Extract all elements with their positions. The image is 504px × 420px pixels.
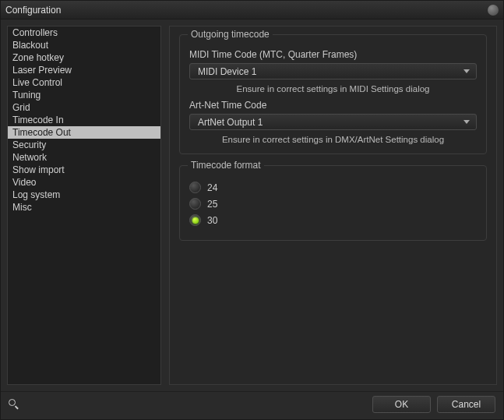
window-title: Configuration: [5, 5, 61, 16]
sidebar-item-zone-hotkey[interactable]: Zone hotkey: [8, 51, 160, 64]
artnet-hint: Ensure in correct settings in DMX/ArtNet…: [189, 135, 477, 144]
group-title: Timecode format: [188, 160, 264, 171]
sidebar-item-live-control[interactable]: Live Control: [8, 76, 160, 89]
sidebar-item-grid[interactable]: Grid: [8, 101, 160, 114]
sidebar-item-log-system[interactable]: Log system: [8, 189, 160, 201]
sidebar-item-label: Network: [12, 152, 47, 163]
cancel-button[interactable]: Cancel: [437, 396, 495, 413]
group-outgoing-timecode: Outgoing timecode MIDI Time Code (MTC, Q…: [179, 34, 487, 154]
radio-icon: [189, 214, 201, 226]
sidebar-item-label: Laser Preview: [12, 65, 72, 76]
sidebar-item-laser-preview[interactable]: Laser Preview: [8, 64, 160, 76]
sidebar-item-controllers[interactable]: Controllers: [8, 26, 160, 39]
midi-label: MIDI Time Code (MTC, Quarter Frames): [189, 49, 477, 60]
sidebar-item-label: Video: [12, 177, 36, 188]
sidebar-item-label: Log system: [12, 189, 60, 200]
midi-device-value: MIDI Device 1: [198, 66, 256, 77]
sidebar-item-label: Show import: [12, 164, 65, 175]
footer: OK Cancel: [1, 391, 503, 419]
title-orb-icon: [488, 5, 499, 16]
footer-left: [9, 399, 19, 410]
sidebar-item-label: Security: [12, 139, 46, 150]
sidebar-item-timecode-out[interactable]: Timecode Out: [8, 126, 160, 139]
midi-hint: Ensure in correct settings in MIDI Setti…: [189, 84, 477, 94]
sidebar-item-label: Zone hotkey: [12, 52, 64, 63]
artnet-output-dropdown[interactable]: ArtNet Output 1: [189, 114, 477, 130]
sidebar-item-label: Controllers: [12, 27, 58, 38]
sidebar-item-tuning[interactable]: Tuning: [8, 89, 160, 101]
artnet-label: Art-Net Time Code: [189, 100, 477, 111]
sidebar-item-video[interactable]: Video: [8, 176, 160, 189]
sidebar-item-security[interactable]: Security: [8, 139, 160, 151]
artnet-output-value: ArtNet Output 1: [198, 117, 263, 128]
group-timecode-format: Timecode format 242530: [179, 165, 487, 241]
group-title: Outgoing timecode: [188, 29, 273, 40]
sidebar-item-label: Blackout: [12, 40, 48, 51]
sidebar-item-misc[interactable]: Misc: [8, 201, 160, 214]
midi-device-dropdown[interactable]: MIDI Device 1: [189, 63, 477, 79]
cancel-label: Cancel: [452, 399, 481, 410]
radio-label: 25: [207, 199, 217, 210]
sidebar: ControllersBlackoutZone hotkeyLaser Prev…: [7, 26, 161, 385]
radio-label: 24: [207, 182, 217, 193]
chevron-down-icon: [463, 120, 470, 124]
sidebar-item-blackout[interactable]: Blackout: [8, 39, 160, 51]
sidebar-item-label: Grid: [12, 102, 30, 113]
sidebar-list: ControllersBlackoutZone hotkeyLaser Prev…: [8, 26, 160, 384]
sidebar-item-label: Live Control: [12, 77, 62, 88]
sidebar-item-label: Timecode Out: [12, 127, 71, 138]
sidebar-item-network[interactable]: Network: [8, 151, 160, 164]
footer-buttons: OK Cancel: [372, 396, 495, 413]
config-window: Configuration ControllersBlackoutZone ho…: [0, 0, 504, 420]
radio-icon: [189, 198, 201, 210]
sidebar-item-show-import[interactable]: Show import: [8, 164, 160, 176]
radio-option-25[interactable]: 25: [189, 198, 477, 210]
radio-label: 30: [207, 215, 217, 226]
radio-list: 242530: [189, 182, 477, 226]
sidebar-item-timecode-in[interactable]: Timecode In: [8, 114, 160, 126]
sidebar-item-label: Misc: [12, 202, 32, 213]
titlebar[interactable]: Configuration: [1, 1, 503, 19]
ok-button[interactable]: OK: [372, 396, 431, 413]
radio-icon: [189, 182, 201, 193]
ok-label: OK: [395, 399, 408, 410]
main-panel: Outgoing timecode MIDI Time Code (MTC, Q…: [169, 26, 497, 385]
content-area: ControllersBlackoutZone hotkeyLaser Prev…: [1, 19, 503, 391]
radio-option-30[interactable]: 30: [189, 214, 477, 226]
sidebar-item-label: Timecode In: [12, 115, 64, 125]
search-icon[interactable]: [9, 399, 19, 410]
chevron-down-icon: [463, 69, 470, 73]
sidebar-item-label: Tuning: [12, 90, 41, 101]
radio-option-24[interactable]: 24: [189, 182, 477, 193]
